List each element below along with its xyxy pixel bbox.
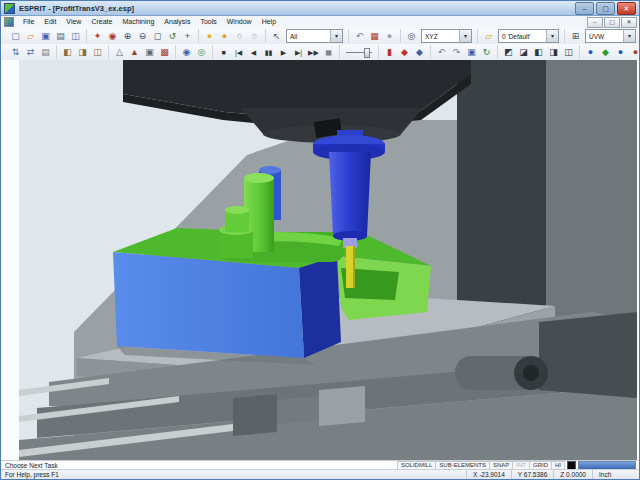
selection-filter-dropdown[interactable]: All ▾	[286, 29, 343, 43]
layer-dropdown[interactable]: 0 'Default' ▾	[498, 29, 559, 43]
holder-display-icon[interactable]: ▣	[142, 45, 157, 60]
mask-solids-icon[interactable]: ●	[217, 29, 232, 44]
refresh-state-icon[interactable]: ↻	[479, 45, 494, 60]
selection-filter-value: All	[290, 33, 327, 40]
stock-setup-icon[interactable]: ◨	[75, 45, 90, 60]
menu-analysis[interactable]: Analysis	[159, 16, 195, 28]
chevron-down-icon[interactable]: ▾	[546, 30, 558, 42]
print-icon[interactable]: ▤	[53, 29, 68, 44]
fixture-setup-icon[interactable]: ◫	[90, 45, 105, 60]
workplane-dropdown[interactable]: XYZ ▾	[421, 29, 472, 43]
mdi-minimize-button[interactable]: –	[587, 17, 603, 28]
menu-items: FileEditViewCreateMachiningAnalysisTools…	[18, 16, 281, 28]
workplane-icon[interactable]: ◎	[404, 29, 419, 44]
stop-at-collision-icon[interactable]: ◆	[397, 45, 412, 60]
zoom-in-icon[interactable]: ⊕	[120, 29, 135, 44]
chevron-down-icon[interactable]: ▾	[623, 30, 635, 42]
stock-remnant-top	[259, 166, 281, 174]
machine-setup-icon[interactable]: ◧	[60, 45, 75, 60]
new-file-icon[interactable]: ▢	[8, 29, 23, 44]
select-cursor-icon[interactable]: ↖	[269, 29, 284, 44]
menu-file[interactable]: File	[18, 16, 39, 28]
sim-report-icon[interactable]: ▦	[321, 45, 336, 60]
mdi-close-button[interactable]: ✕	[621, 17, 637, 28]
tool-holder-body[interactable]	[329, 152, 371, 236]
group-select-icon[interactable]: ●	[382, 29, 397, 44]
redo-sim-icon[interactable]: ↷	[449, 45, 464, 60]
uvw-dropdown[interactable]: UVW ▾	[585, 29, 636, 43]
menu-machining[interactable]: Machining	[117, 16, 159, 28]
reorder-icon[interactable]: ⇄	[23, 45, 38, 60]
stock-front-face[interactable]	[113, 252, 304, 358]
simulation-speed-slider[interactable]	[346, 47, 372, 57]
maximize-button[interactable]: ▢	[596, 2, 615, 15]
close-button[interactable]: ✕	[617, 2, 636, 15]
stock-view-wire-icon[interactable]: ◪	[516, 45, 531, 60]
undo-icon[interactable]: ↶	[352, 29, 367, 44]
sim-to-start-button[interactable]: |◀	[231, 45, 246, 60]
zoom-window-icon[interactable]: ◻	[150, 29, 165, 44]
minimize-button[interactable]: –	[575, 2, 594, 15]
single-block-icon[interactable]: ▮	[382, 45, 397, 60]
sim-play-button[interactable]: ▶	[276, 45, 291, 60]
sim-group-h: ●◆●●	[580, 45, 640, 59]
mdi-restore-button[interactable]: ▢	[604, 17, 620, 28]
menu-view[interactable]: View	[61, 16, 86, 28]
gouge-points-icon[interactable]: ●	[628, 45, 640, 60]
menu-edit[interactable]: Edit	[39, 16, 61, 28]
menu-create[interactable]: Create	[86, 16, 117, 28]
title-bar[interactable]: ESPRIT - [ProfitTransV3_ex.esp] – ▢ ✕	[1, 1, 639, 16]
stock-view-section-icon[interactable]: ◫	[561, 45, 576, 60]
undo-sim-icon[interactable]: ↶	[434, 45, 449, 60]
sim-to-end-button[interactable]: ▶▶	[306, 45, 321, 60]
open-file-icon[interactable]: ▱	[23, 29, 38, 44]
chevron-down-icon[interactable]: ▾	[459, 30, 471, 42]
sim-group-b: ◧◨◫	[57, 45, 109, 59]
analysis-icon[interactable]: ◎	[194, 45, 209, 60]
menu-tools[interactable]: Tools	[195, 16, 221, 28]
file-tool-group: ▢▱▣▤◫	[5, 29, 87, 43]
stock-view-solid-icon[interactable]: ◩	[501, 45, 516, 60]
save-state-icon[interactable]: ▣	[464, 45, 479, 60]
chevron-down-icon[interactable]: ▾	[330, 30, 342, 42]
sim-step-back-button[interactable]: ◀	[246, 45, 261, 60]
redraw-icon[interactable]: ✦	[90, 29, 105, 44]
sim-pause-button[interactable]: ▮▮	[261, 45, 276, 60]
zoom-out-icon[interactable]: ⊖	[135, 29, 150, 44]
mask-features-icon[interactable]: ○	[247, 29, 262, 44]
paste-icon[interactable]: ▦	[367, 29, 382, 44]
features-icon[interactable]: ▤	[38, 45, 53, 60]
simulation-settings-icon[interactable]: ◉	[179, 45, 194, 60]
pan-icon[interactable]: +	[180, 29, 195, 44]
window-title: ESPRIT - [ProfitTransV3_ex.esp]	[19, 4, 575, 13]
viewport-3d[interactable]	[19, 60, 637, 464]
trace-mode-icon[interactable]: ◆	[412, 45, 427, 60]
sim-group-c: △▲▣▩	[109, 45, 176, 59]
target-part-icon[interactable]: ●	[583, 45, 598, 60]
machine-display-icon[interactable]: ▩	[157, 45, 172, 60]
stock-automation-icon[interactable]: △	[112, 45, 127, 60]
stock-view-compare-icon[interactable]: ◨	[546, 45, 561, 60]
stock-remnant-icon[interactable]: ◆	[598, 45, 613, 60]
sim-stop-button[interactable]: ■	[216, 45, 231, 60]
sim-step-forward-button[interactable]: ▶|	[291, 45, 306, 60]
tool-display-icon[interactable]: ▲	[127, 45, 142, 60]
rotate-view-icon[interactable]: ↺	[165, 29, 180, 44]
selection-group: ↖ All ▾	[266, 29, 349, 43]
operations-icon[interactable]: ⇅	[8, 45, 23, 60]
stock-view-target-icon[interactable]: ◧	[531, 45, 546, 60]
stock-right-face[interactable]	[299, 256, 341, 358]
save-file-icon[interactable]: ▣	[38, 29, 53, 44]
menu-help[interactable]: Help	[257, 16, 281, 28]
uvw-axes-icon[interactable]: ⊞	[568, 29, 583, 44]
zoom-icon[interactable]: ◉	[105, 29, 120, 44]
mask-layers-icon[interactable]: ●	[202, 29, 217, 44]
help-hint: For Help, press F1	[1, 471, 466, 478]
layer-icon[interactable]: ▱	[481, 29, 496, 44]
copy-icon[interactable]: ◫	[68, 29, 83, 44]
sim-group-d: ◉◎	[176, 45, 213, 59]
collision-points-icon[interactable]: ●	[613, 45, 628, 60]
machine-column-side	[546, 60, 637, 344]
mask-workplanes-icon[interactable]: ○	[232, 29, 247, 44]
menu-window[interactable]: Window	[222, 16, 257, 28]
